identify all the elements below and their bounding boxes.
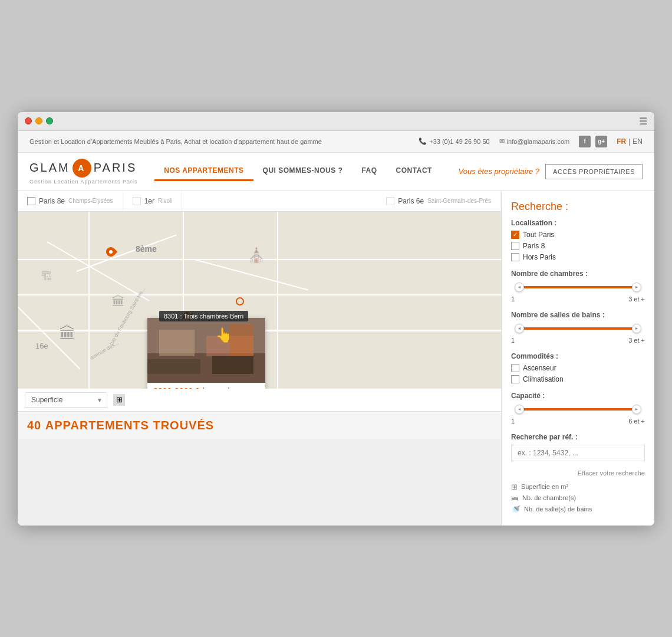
- capacite-handle-right[interactable]: [632, 405, 641, 414]
- small-landmark: 🏗: [41, 271, 52, 283]
- sort-select-wrap: Superficie Prix croissant Prix décroissa…: [25, 392, 107, 408]
- dot-yellow[interactable]: [35, 117, 42, 124]
- map-filter-paris8[interactable]: ✓ Paris 8e Champs-Élysées: [18, 191, 123, 211]
- road-d4: [195, 259, 309, 291]
- legend-baths-label: Nb. de salle(s) de bains: [524, 505, 592, 513]
- salles-label: Nombre de salles de bains :: [511, 311, 645, 319]
- checkbox-paris8[interactable]: ✓: [27, 197, 35, 205]
- localisation-label: Localisation :: [511, 219, 645, 227]
- salles-slider[interactable]: [511, 323, 645, 334]
- chambres-label: Nombre de chambres :: [511, 270, 645, 278]
- lang-en[interactable]: EN: [633, 137, 643, 146]
- map-pin-circle[interactable]: [236, 297, 244, 306]
- label-climatisation: Climatisation: [523, 375, 564, 383]
- nav-contact[interactable]: CONTACT: [387, 162, 442, 181]
- checkbox-paris8[interactable]: Paris 8: [511, 242, 645, 250]
- site-header: GLAM A PARIS Gestion Location Appartemen…: [18, 153, 654, 191]
- sort-select[interactable]: Superficie Prix croissant Prix décroissa…: [25, 392, 107, 408]
- lang-fr[interactable]: FR: [617, 137, 626, 146]
- gplus-icon[interactable]: g+: [595, 136, 607, 147]
- ref-label: Recherche par réf. :: [511, 433, 645, 441]
- legend-item-area: ⊞ Superficie en m²: [511, 482, 645, 491]
- popup-image: [147, 318, 265, 383]
- paris6-label: Paris 6e: [398, 197, 424, 205]
- legend-baths-icon: 🚿: [511, 505, 521, 514]
- nav-faq[interactable]: FAQ: [352, 162, 386, 181]
- acces-btn[interactable]: ACCÈS PROPRIÉTAIRES: [545, 164, 643, 179]
- logo-icon: A: [73, 159, 91, 178]
- filter-sort-bar: Superficie Prix croissant Prix décroissa…: [18, 389, 501, 412]
- results-label-text: APPARTEMENTS TROUVÉS: [45, 419, 214, 432]
- view-toggle[interactable]: ⊞: [113, 394, 125, 406]
- popup-img-placeholder: [147, 318, 265, 383]
- ref-section: Recherche par réf. :: [511, 433, 645, 461]
- cb-hors-paris[interactable]: [511, 253, 519, 261]
- map-filter-bar: ✓ Paris 8e Champs-Élysées 1er Rivoli: [18, 191, 501, 212]
- dot-red[interactable]: [25, 117, 32, 124]
- chambres-labels: 1 3 et +: [511, 295, 645, 303]
- chambres-handle-left[interactable]: [515, 283, 524, 292]
- main-content: ✓ Paris 8e Champs-Élysées 1er Rivoli: [18, 191, 654, 526]
- logo-subtitle: Gestion Location Appartements Paris: [29, 179, 138, 185]
- phone-info: 📞 +33 (0)1 49 26 90 50: [419, 137, 489, 145]
- checkbox-hors-paris[interactable]: Hors Paris: [511, 253, 645, 261]
- checkbox-ascenseur[interactable]: Ascenseur: [511, 364, 645, 372]
- paris8-label: Paris 8e: [39, 197, 65, 205]
- dot-green[interactable]: [46, 117, 53, 124]
- svg-rect-6: [230, 324, 253, 356]
- site-logo[interactable]: GLAM A PARIS Gestion Location Appartemen…: [29, 159, 138, 185]
- logo-text-1: GLAM: [29, 161, 70, 175]
- salles-section: Nombre de salles de bains : 1 3 et +: [511, 311, 645, 344]
- results-count: 40: [27, 419, 41, 432]
- nav-appartements[interactable]: NOS APPARTEMENTS: [154, 162, 253, 181]
- language-switcher: FR | EN: [617, 137, 643, 146]
- checkbox-climatisation[interactable]: Climatisation: [511, 375, 645, 383]
- ref-input[interactable]: [511, 445, 645, 461]
- localisation-section: Localisation : ✓ Tout Paris Paris 8 Hors…: [511, 219, 645, 261]
- email-address: info@glamaparis.com: [507, 138, 570, 145]
- capacite-handle-left[interactable]: [515, 405, 524, 414]
- map-popup[interactable]: 2300-2600 € / semaine ⊞ 100 m² 🛏 3 🚿 2: [147, 318, 265, 389]
- salles-min: 1: [511, 337, 515, 344]
- chambres-handle-right[interactable]: [632, 283, 641, 292]
- spacer: [182, 191, 377, 211]
- building-icon: 🏛: [112, 294, 125, 310]
- cb-tout-paris[interactable]: ✓: [511, 231, 519, 239]
- cb-paris8[interactable]: [511, 242, 519, 250]
- top-area: ✓ Paris 8e Champs-Élysées 1er Rivoli: [18, 191, 501, 439]
- cb-ascenseur[interactable]: [511, 364, 519, 372]
- legend-item-baths: 🚿 Nb. de salle(s) de bains: [511, 505, 645, 514]
- nav-right: Vous êtes propriétaire ? ACCÈS PROPRIÉTA…: [459, 164, 643, 179]
- contact-info: 📞 +33 (0)1 49 26 90 50 ✉ info@glamaparis…: [419, 136, 643, 147]
- paris1-label: 1er: [144, 197, 154, 205]
- road-4: [88, 212, 90, 389]
- map-filter-paris6[interactable]: Paris 6e Saint-Germain-des-Prés: [377, 191, 501, 211]
- road-6: [277, 212, 278, 389]
- tooltip-text: 8301 : Trois chambres Berri: [164, 313, 243, 320]
- salles-handle-left[interactable]: [515, 324, 524, 333]
- salles-handle-right[interactable]: [632, 324, 641, 333]
- svg-rect-4: [147, 359, 200, 374]
- paris8-sub: Champs-Élysées: [68, 198, 113, 204]
- nav-qui-sommes[interactable]: QUI SOMMES-NOUS ?: [253, 162, 353, 181]
- hamburger-icon[interactable]: ☰: [639, 116, 647, 127]
- search-title: Recherche :: [511, 201, 645, 213]
- capacite-slider[interactable]: [511, 403, 645, 415]
- checkbox-paris1[interactable]: [133, 197, 141, 205]
- popup-img-svg: [147, 318, 265, 383]
- facebook-icon[interactable]: f: [579, 136, 591, 147]
- clear-search[interactable]: Effacer votre recherche: [511, 469, 645, 477]
- map-filter-paris1[interactable]: 1er Rivoli: [123, 191, 183, 211]
- capacite-min: 1: [511, 418, 515, 425]
- phone-number: +33 (0)1 49 26 90 50: [429, 138, 489, 145]
- checkbox-tout-paris[interactable]: ✓ Tout Paris: [511, 231, 645, 239]
- district-8e-label: 8ème: [136, 244, 157, 254]
- label-ascenseur: Ascenseur: [523, 364, 556, 372]
- capacite-track: [517, 408, 639, 411]
- label-tout-paris: Tout Paris: [523, 231, 554, 239]
- commodites-label: Commodités :: [511, 352, 645, 360]
- chambres-slider[interactable]: [511, 281, 645, 293]
- cb-climatisation[interactable]: [511, 375, 519, 383]
- checkbox-paris6[interactable]: [386, 197, 394, 205]
- logo-text-2: PARIS: [94, 161, 137, 175]
